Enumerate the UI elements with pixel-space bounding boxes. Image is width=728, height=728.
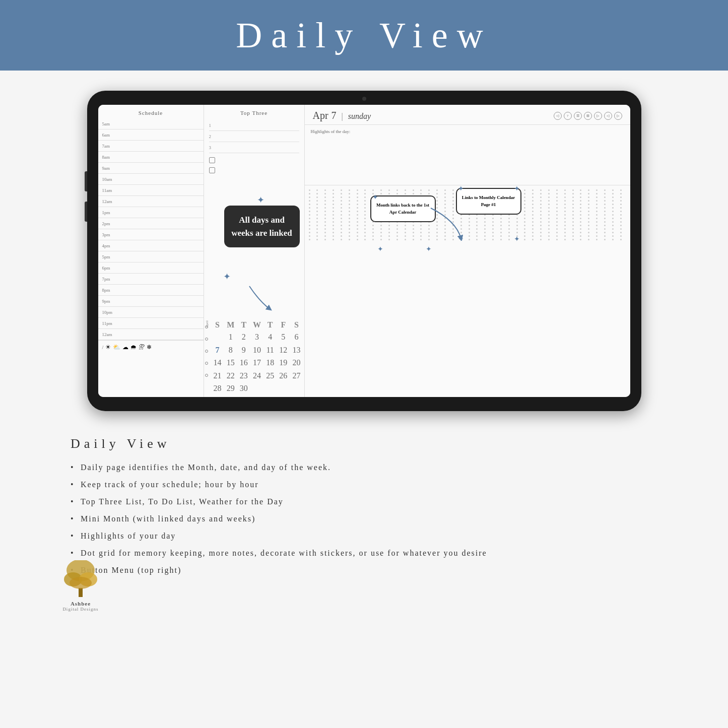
dot-grid-dot [540,228,542,230]
dot-grid-dot [460,232,462,233]
dot-grid-dot [388,221,390,223]
dot-grid-dot [620,189,622,191]
dot-grid-dot [333,211,334,212]
dot-grid-dot [620,232,622,233]
dot-grid-dot [444,232,446,233]
dot-grid-dot [349,196,350,198]
dot-grid-dot [388,193,390,194]
nav-icon-7[interactable]: ▷ [614,112,622,120]
sun-icon[interactable]: ☀ [105,344,111,351]
dot-grid-dot [524,196,525,198]
dot-grid-dot [413,189,414,191]
edit-icon[interactable]: / [102,345,104,350]
dot-grid-dot [548,235,550,237]
dot-grid-dot [508,200,510,202]
dot-grid-dot [460,189,462,191]
dot-grid-dot [380,221,382,223]
dot-grid-dot [324,196,326,198]
dot-grid-dot [380,211,382,212]
dot-grid-dot [364,214,366,216]
dot-grid-dot [405,239,406,240]
dot-grid-dot [341,200,342,202]
nav-icon-6[interactable]: ◁ [604,112,612,120]
dot-grid-dot [420,225,422,226]
cloudy-icon[interactable]: ☁ [122,344,128,351]
dot-grid-dot [516,200,518,202]
dot-grid-dot [556,239,558,240]
top-three-item-2: 2 [209,131,299,142]
dot-grid-dot [405,200,406,202]
description-section: Daily View Daily page identifies the Mon… [30,431,698,591]
dot-grid-dot [316,221,318,223]
dot-grid-dot [333,228,334,230]
todo-checkbox-2[interactable] [209,167,215,173]
dot-grid-dot [596,232,598,233]
dot-grid-dot [324,211,326,212]
dot-grid-dot [588,196,589,198]
dot-grid-dot [469,235,470,237]
dot-grid-dot [500,232,502,233]
dot-grid-dot [452,211,454,212]
dot-grid-dot [524,204,525,205]
highlights-area: Highlights of the day: [305,125,630,185]
dot-grid [305,185,630,397]
dot-grid-dot [460,235,462,237]
dot-grid-dot [508,207,510,209]
dot-grid-dot [357,218,358,219]
dot-grid-dot [564,189,566,191]
dot-grid-dot [420,189,422,191]
dot-grid-dot [484,214,486,216]
storm-icon[interactable]: ⛈ [139,344,145,351]
nav-icon-2[interactable]: ? [564,112,572,120]
dot-grid-dot [532,221,534,223]
nav-icon-5[interactable]: ▷ [594,112,602,120]
dot-grid-dot [476,225,478,226]
dot-grid-dot [540,207,542,209]
logo-area: Ashbee Digital Designs [60,560,101,612]
dot-grid-dot [309,207,310,209]
dot-grid-dot [309,232,310,233]
time-slot-6pm: 6pm [98,262,204,274]
dot-grid-dot [556,225,558,226]
dot-grid-dot [341,193,342,194]
dot-grid-dot [380,232,382,233]
dot-grid-dot [420,228,422,230]
dot-grid-dot [460,228,462,230]
dot-grid-dot [612,204,614,205]
cal-dot-4 [205,362,208,365]
dot-grid-dot [436,189,438,191]
dot-grid-dot [396,214,398,216]
nav-icon-1[interactable]: ◁ [554,112,562,120]
rain-icon[interactable]: 🌧 [130,344,137,351]
dot-grid-dot [444,214,446,216]
main-content: Schedule 5am 6am 7am 8am 9am 10am 11am 1… [0,71,728,637]
nav-icon-4[interactable]: ⊞ [584,112,592,120]
dot-grid-dot [405,218,406,219]
dot-grid-dot [548,221,550,223]
dot-grid-dot [364,221,366,223]
mini-calendar-container: April SMTWTFS 123456 78910111213 [204,318,304,397]
dot-grid-dot [372,239,374,240]
dot-grid-dot [572,214,574,216]
dot-grid-dot [316,200,318,202]
header-section: Daily View [0,0,728,71]
dot-grid-dot [324,193,326,194]
dot-grid-dot [596,204,598,205]
dot-grid-dot [405,214,406,216]
nav-icon-3[interactable]: ☰ [574,112,582,120]
dot-grid-dot [564,239,566,240]
dot-grid-dot [316,207,318,209]
dot-grid-dot [324,214,326,216]
dot-grid-dot [309,218,310,219]
dot-grid-dot [388,235,390,237]
dot-grid-dot [476,193,478,194]
snow-icon[interactable]: ❄ [147,344,152,351]
dot-grid-dot [436,204,438,205]
dot-grid-dot [316,239,318,240]
partly-cloudy-icon[interactable]: ⛅ [113,344,120,351]
dot-grid-dot [396,200,398,202]
dot-grid-dot [452,232,454,233]
dot-grid-dot [372,225,374,226]
todo-checkbox-1[interactable] [209,157,215,163]
dot-grid-dot [588,204,589,205]
